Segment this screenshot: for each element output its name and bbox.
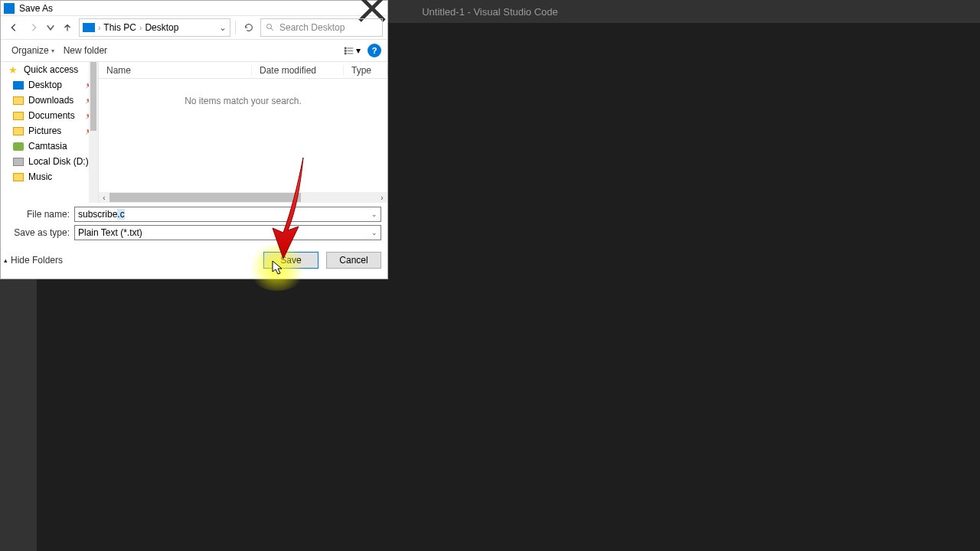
cancel-button[interactable]: Cancel <box>326 252 381 269</box>
chevron-up-icon: ▴ <box>4 256 8 264</box>
list-icon <box>344 46 354 55</box>
back-button[interactable] <box>5 19 22 36</box>
svg-rect-3 <box>345 50 347 52</box>
breadcrumb-folder[interactable]: Desktop <box>145 22 178 33</box>
breadcrumb[interactable]: › This PC › Desktop ⌄ <box>79 18 230 37</box>
chevron-down-icon <box>45 22 56 33</box>
breadcrumb-dropdown[interactable]: ⌄ <box>219 22 227 33</box>
filetype-label: Save as type: <box>7 227 70 238</box>
back-icon <box>8 22 19 33</box>
disk-icon <box>13 158 24 166</box>
sidebar-item-label: Downloads <box>28 95 74 106</box>
vscode-title: Untitled-1 - Visual Studio Code <box>422 6 558 18</box>
column-name[interactable]: Name <box>99 65 252 76</box>
caret-down-icon: ▾ <box>51 47 54 54</box>
svg-rect-6 <box>347 54 353 54</box>
chevron-down-icon[interactable]: ⌄ <box>371 210 377 218</box>
dialog-body: ★Quick access Desktop📌 Downloads📌 Docume… <box>1 62 387 203</box>
sidebar-item-camtasia[interactable]: Camtasia <box>1 139 98 154</box>
sidebar-item-documents[interactable]: Documents📌 <box>1 108 98 123</box>
sidebar-item-music[interactable]: Music <box>1 169 98 184</box>
forward-button[interactable] <box>25 19 42 36</box>
caret-down-icon: ▾ <box>356 45 361 56</box>
scroll-left-icon[interactable]: ‹ <box>99 192 109 203</box>
chevron-right-icon: › <box>139 24 142 32</box>
svg-point-0 <box>267 24 272 29</box>
column-headers: Name Date modified Type <box>99 62 387 79</box>
sidebar-item-quick-access[interactable]: ★Quick access <box>1 62 98 77</box>
file-list-pane[interactable]: Name Date modified Type No items match y… <box>99 62 387 203</box>
forward-icon <box>28 22 39 33</box>
filetype-select[interactable]: Plain Text (*.txt) ⌄ <box>74 225 381 240</box>
column-date[interactable]: Date modified <box>252 65 344 76</box>
sidebar-item-pictures[interactable]: Pictures📌 <box>1 123 98 139</box>
up-button[interactable] <box>59 19 76 36</box>
search-icon <box>266 23 275 32</box>
scroll-right-icon[interactable]: › <box>377 192 387 203</box>
pc-icon <box>83 23 95 32</box>
up-icon <box>62 22 73 33</box>
app-icon <box>4 3 15 14</box>
downloads-icon <box>13 96 24 105</box>
desktop-icon <box>13 81 24 90</box>
sidebar-item-label: Local Disk (D:) <box>28 156 89 167</box>
filetype-row: Save as type: Plain Text (*.txt) ⌄ <box>1 223 387 242</box>
column-type[interactable]: Type <box>344 65 387 76</box>
chevron-down-icon[interactable]: ⌄ <box>371 229 377 236</box>
sidebar-item-local-disk[interactable]: Local Disk (D:) <box>1 154 98 169</box>
help-button[interactable]: ? <box>368 44 381 57</box>
chevron-right-icon: › <box>98 24 100 32</box>
empty-message: No items match your search. <box>99 79 387 106</box>
sidebar-item-downloads[interactable]: Downloads📌 <box>1 93 98 108</box>
new-folder-button[interactable]: New folder <box>59 43 112 58</box>
svg-rect-1 <box>345 47 347 50</box>
svg-rect-5 <box>345 53 347 55</box>
save-button[interactable]: Save <box>263 252 318 269</box>
camtasia-icon <box>13 142 24 151</box>
organize-button[interactable]: Organize▾ <box>7 43 59 58</box>
refresh-button[interactable] <box>240 19 257 36</box>
documents-icon <box>13 112 24 120</box>
scrollbar-thumb[interactable] <box>109 193 301 202</box>
svg-rect-2 <box>347 48 353 49</box>
sidebar-item-desktop[interactable]: Desktop📌 <box>1 77 98 93</box>
search-input[interactable]: Search Desktop <box>260 18 383 37</box>
dialog-titlebar[interactable]: Save As <box>1 1 387 16</box>
sidebar-item-label: Music <box>28 171 52 182</box>
sidebar-scrollbar-thumb[interactable] <box>90 62 96 131</box>
sidebar-item-label: Camtasia <box>28 141 67 152</box>
sidebar-item-label: Pictures <box>28 126 61 136</box>
filename-row: File name: subscribe.c ⌄ <box>1 205 387 223</box>
pictures-icon <box>13 127 24 135</box>
sidebar-scrollbar[interactable] <box>89 62 98 203</box>
sidebar[interactable]: ★Quick access Desktop📌 Downloads📌 Docume… <box>1 62 99 203</box>
close-button[interactable] <box>357 1 387 16</box>
refresh-icon <box>243 22 254 33</box>
hide-folders-button[interactable]: ▴ Hide Folders <box>4 255 63 266</box>
search-placeholder: Search Desktop <box>279 22 345 33</box>
sidebar-item-label: Documents <box>28 110 75 121</box>
filename-label: File name: <box>7 209 70 220</box>
nav-row: › This PC › Desktop ⌄ Search Desktop <box>1 16 387 39</box>
view-mode-button[interactable]: ▾ <box>341 42 363 59</box>
music-icon <box>13 173 24 181</box>
dialog-footer: ▴ Hide Folders Save Cancel <box>1 242 387 279</box>
dialog-title: Save As <box>19 3 357 14</box>
breadcrumb-root[interactable]: This PC <box>103 22 136 33</box>
svg-rect-4 <box>347 51 353 51</box>
horizontal-scrollbar[interactable]: ‹ › <box>99 192 387 203</box>
sidebar-item-label: Quick access <box>24 64 78 75</box>
recent-button[interactable] <box>45 19 56 36</box>
toolbar: Organize▾ New folder ▾ ? <box>1 39 387 62</box>
sidebar-item-label: Desktop <box>28 80 62 90</box>
filename-input[interactable]: subscribe.c ⌄ <box>74 207 381 222</box>
save-as-dialog: Save As › This PC › Desktop ⌄ Search Des… <box>0 0 388 279</box>
star-icon: ★ <box>8 66 19 74</box>
